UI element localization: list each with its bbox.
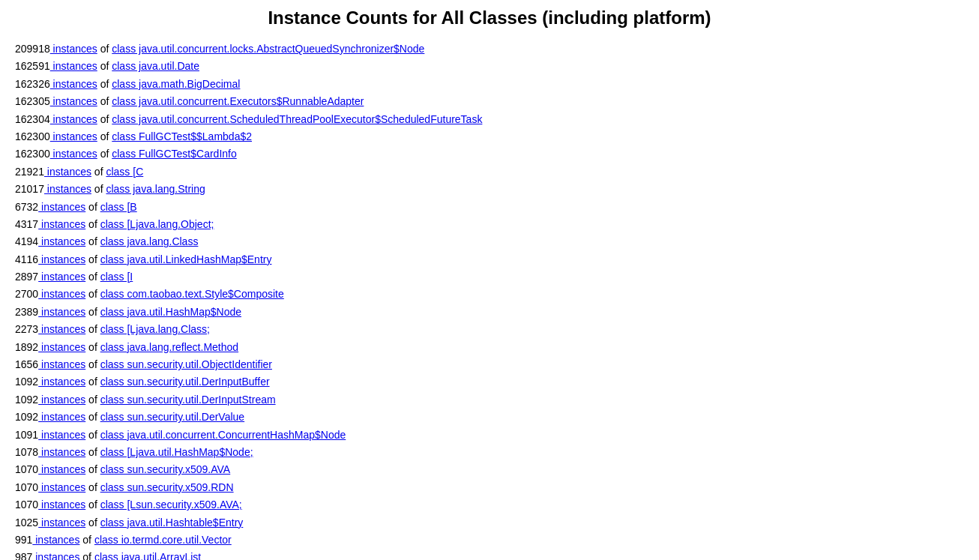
- of-text: of: [85, 463, 100, 475]
- table-row: 1092 instances of class sun.security.uti…: [15, 391, 964, 408]
- instances-link[interactable]: instances: [38, 499, 85, 511]
- instances-link[interactable]: instances: [50, 95, 97, 107]
- instances-link[interactable]: instances: [38, 394, 85, 406]
- instances-link[interactable]: instances: [38, 411, 85, 423]
- instances-link[interactable]: instances: [38, 253, 85, 265]
- class-link[interactable]: class java.util.LinkedHashMap$Entry: [100, 253, 272, 265]
- instances-link[interactable]: instances: [50, 60, 97, 72]
- class-link[interactable]: class sun.security.x509.RDN: [100, 481, 234, 493]
- instances-link[interactable]: instances: [38, 429, 85, 441]
- table-row: 1070 instances of class sun.security.x50…: [15, 479, 964, 496]
- of-text: of: [85, 499, 100, 511]
- of-text: of: [91, 183, 106, 195]
- table-row: 987 instances of class java.util.ArrayLi…: [15, 549, 964, 560]
- instance-count: 162304: [15, 113, 50, 125]
- of-text: of: [97, 113, 112, 125]
- table-row: 2389 instances of class java.util.HashMa…: [15, 304, 964, 320]
- instances-link[interactable]: instances: [38, 218, 85, 230]
- instances-link[interactable]: instances: [38, 517, 85, 529]
- of-text: of: [85, 517, 100, 529]
- instance-count: 1091: [15, 429, 38, 441]
- table-row: 162591 instances of class java.util.Date: [15, 58, 964, 74]
- class-link[interactable]: class java.util.Hashtable$Entry: [100, 517, 244, 529]
- instance-count: 1070: [15, 481, 38, 493]
- class-link[interactable]: class sun.security.util.DerValue: [100, 411, 244, 423]
- instance-count: 21017: [15, 183, 44, 195]
- instance-count: 162300: [15, 148, 50, 160]
- class-link[interactable]: class [Ljava.lang.Class;: [100, 323, 210, 335]
- instances-link[interactable]: instances: [50, 130, 97, 142]
- class-link[interactable]: class java.util.concurrent.ConcurrentHas…: [100, 429, 346, 441]
- of-text: of: [79, 551, 94, 560]
- class-link[interactable]: class java.util.Date: [112, 60, 199, 72]
- table-row: 4116 instances of class java.util.Linked…: [15, 251, 964, 268]
- instances-link[interactable]: instances: [38, 376, 85, 388]
- of-text: of: [85, 341, 100, 353]
- instances-link[interactable]: instances: [38, 341, 85, 353]
- class-link[interactable]: class java.lang.reflect.Method: [100, 341, 238, 353]
- instances-link[interactable]: instances: [44, 166, 91, 178]
- instances-link[interactable]: instances: [38, 323, 85, 335]
- instances-link[interactable]: instances: [38, 446, 85, 458]
- instances-link[interactable]: instances: [38, 271, 85, 283]
- of-text: of: [91, 166, 106, 178]
- table-row: 991 instances of class io.termd.core.uti…: [15, 532, 964, 548]
- instance-count: 1892: [15, 341, 38, 353]
- of-text: of: [97, 60, 112, 72]
- table-row: 4194 instances of class java.lang.Class: [15, 233, 964, 250]
- class-link[interactable]: class sun.security.util.DerInputBuffer: [100, 376, 270, 388]
- class-link[interactable]: class [B: [100, 201, 137, 213]
- instances-link[interactable]: instances: [38, 481, 85, 493]
- instance-count: 1092: [15, 411, 38, 423]
- class-link[interactable]: class sun.security.util.DerInputStream: [100, 394, 276, 406]
- page-title: Instance Counts for All Classes (includi…: [15, 7, 964, 28]
- instance-count: 4194: [15, 235, 38, 247]
- class-link[interactable]: class java.util.concurrent.ScheduledThre…: [112, 113, 482, 125]
- of-text: of: [97, 130, 112, 142]
- class-link[interactable]: class sun.security.util.ObjectIdentifier: [100, 358, 272, 370]
- class-link[interactable]: class [I: [100, 271, 133, 283]
- class-link[interactable]: class java.util.ArrayList: [94, 551, 201, 560]
- class-link[interactable]: class java.util.concurrent.Executors$Run…: [112, 95, 364, 107]
- instance-count: 1025: [15, 517, 38, 529]
- instances-link[interactable]: instances: [32, 551, 79, 560]
- class-link[interactable]: class FullGCTest$CardInfo: [112, 148, 237, 160]
- instances-link[interactable]: instances: [38, 288, 85, 300]
- class-link[interactable]: class sun.security.x509.AVA: [100, 463, 231, 475]
- instance-count: 6732: [15, 201, 38, 213]
- table-row: 162304 instances of class java.util.conc…: [15, 111, 964, 127]
- of-text: of: [85, 446, 100, 458]
- instances-link[interactable]: instances: [50, 148, 97, 160]
- class-link[interactable]: class com.taobao.text.Style$Composite: [100, 288, 284, 300]
- instances-link[interactable]: instances: [38, 463, 85, 475]
- instances-link[interactable]: instances: [50, 43, 97, 55]
- instances-link[interactable]: instances: [38, 358, 85, 370]
- class-link[interactable]: class [Ljava.lang.Object;: [100, 218, 214, 230]
- of-text: of: [85, 323, 100, 335]
- class-link[interactable]: class java.util.concurrent.locks.Abstrac…: [112, 43, 424, 55]
- table-row: 2700 instances of class com.taobao.text.…: [15, 286, 964, 302]
- class-link[interactable]: class [Lsun.security.x509.AVA;: [100, 499, 242, 511]
- class-link[interactable]: class io.termd.core.util.Vector: [94, 534, 232, 546]
- instance-count: 1092: [15, 394, 38, 406]
- class-link[interactable]: class [C: [106, 166, 143, 178]
- class-link[interactable]: class java.math.BigDecimal: [112, 78, 240, 90]
- of-text: of: [97, 148, 112, 160]
- class-link[interactable]: class java.lang.Class: [100, 235, 199, 247]
- of-text: of: [85, 411, 100, 423]
- instances-link[interactable]: instances: [38, 306, 85, 318]
- instances-link[interactable]: instances: [38, 235, 85, 247]
- instances-link[interactable]: instances: [44, 183, 91, 195]
- instances-link[interactable]: instances: [50, 78, 97, 90]
- of-text: of: [79, 534, 94, 546]
- instances-link[interactable]: instances: [32, 534, 79, 546]
- of-text: of: [85, 481, 100, 493]
- class-link[interactable]: class [Ljava.util.HashMap$Node;: [100, 446, 253, 458]
- of-text: of: [85, 271, 100, 283]
- class-link[interactable]: class java.lang.String: [106, 183, 205, 195]
- class-link[interactable]: class FullGCTest$$Lambda$2: [112, 130, 252, 142]
- class-link[interactable]: class java.util.HashMap$Node: [100, 306, 241, 318]
- of-text: of: [85, 429, 100, 441]
- instances-link[interactable]: instances: [38, 201, 85, 213]
- instances-link[interactable]: instances: [50, 113, 97, 125]
